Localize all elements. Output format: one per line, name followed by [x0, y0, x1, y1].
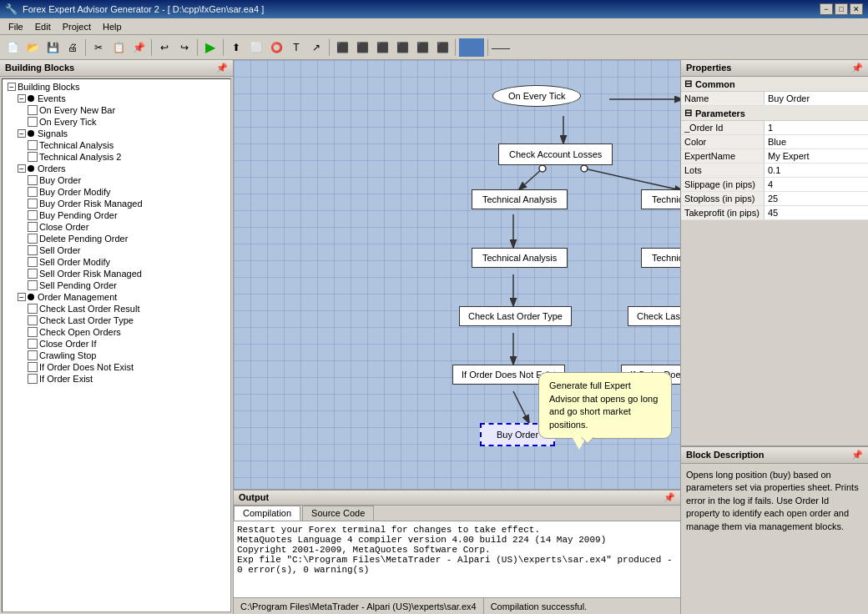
tree-delete-pending[interactable]: Delete Pending Order — [4, 233, 229, 244]
tb-print[interactable]: 🖨 — [63, 38, 82, 57]
checkbox-if-not-exist[interactable] — [28, 362, 38, 372]
node-tech-analysis-1[interactable]: Technical Analysis — [472, 189, 568, 209]
pin-icon[interactable]: 📌 — [216, 63, 228, 73]
tree-buy-order-risk[interactable]: Buy Order Risk Managed — [4, 198, 229, 209]
minimize-button[interactable]: − — [820, 3, 833, 15]
checkbox-sell-order[interactable] — [28, 245, 38, 255]
collapse-order-mgmt[interactable]: − — [18, 293, 26, 301]
node-tech-analysis-4[interactable]: Technical Analysis — [641, 248, 680, 268]
tree-check-open-orders[interactable]: Check Open Orders — [4, 326, 229, 338]
menu-project[interactable]: Project — [58, 20, 96, 33]
tb-align-m[interactable]: ⬛ — [413, 38, 431, 57]
tree-signals-group[interactable]: − Signals — [4, 128, 229, 139]
node-tech-analysis-2[interactable]: Technical Analysis — [641, 189, 680, 209]
block-desc-pin[interactable]: 📌 — [851, 450, 863, 460]
menu-edit[interactable]: Edit — [30, 20, 56, 33]
checkbox-buy-order-modify[interactable] — [28, 187, 38, 197]
tree-sell-order-modify[interactable]: Sell Order Modify — [4, 256, 229, 268]
node-on-every-tick[interactable]: On Every Tick — [492, 85, 581, 107]
menu-file[interactable]: File — [3, 20, 28, 33]
tb-redo[interactable]: ↪ — [175, 38, 194, 57]
tree-on-every-tick[interactable]: On Every Tick — [4, 116, 229, 128]
maximize-button[interactable]: □ — [835, 3, 848, 15]
tree-check-last-type[interactable]: Check Last Order Type — [4, 315, 229, 326]
node-tech-analysis-3[interactable]: Technical Analysis — [472, 248, 568, 268]
checkbox-sell-order-risk[interactable] — [28, 269, 38, 279]
checkbox-check-last-type[interactable] — [28, 315, 38, 325]
tb-open[interactable]: 📂 — [23, 38, 42, 57]
tree-order-mgmt-group[interactable]: − Order Management — [4, 291, 229, 303]
tb-text[interactable]: T — [287, 38, 305, 57]
tb-arrow[interactable]: ↗ — [307, 38, 326, 57]
tree-on-every-new-bar[interactable]: On Every New Bar — [4, 104, 229, 116]
tree-close-order[interactable]: Close Order — [4, 221, 229, 233]
checkbox-buy-pending[interactable] — [28, 210, 38, 220]
checkbox-on-every-new-bar[interactable] — [28, 105, 38, 115]
tb-rect[interactable]: ⬜ — [247, 38, 265, 57]
checkbox-buy-order-risk[interactable] — [28, 199, 38, 209]
tb-run[interactable]: ▶ — [201, 38, 220, 57]
tree-events-group[interactable]: − Events — [4, 93, 229, 104]
tab-source-code[interactable]: Source Code — [302, 506, 374, 521]
tb-cursor[interactable]: ⬆ — [227, 38, 245, 57]
checkbox-check-open-orders[interactable] — [28, 327, 38, 337]
close-button[interactable]: ✕ — [850, 3, 863, 15]
tb-save[interactable]: 💾 — [43, 38, 62, 57]
tb-align-t[interactable]: ⬛ — [393, 38, 411, 57]
checkbox-sell-order-modify[interactable] — [28, 257, 38, 267]
tree-area[interactable]: − Building Blocks − Events On Every New … — [2, 78, 231, 612]
checkbox-technical-analysis[interactable] — [28, 140, 38, 150]
tree-if-exist[interactable]: If Order Exist — [4, 373, 229, 385]
tree-crawling-stop[interactable]: Crawling Stop — [4, 350, 229, 361]
checkbox-on-every-tick[interactable] — [28, 117, 38, 127]
tree-buy-order[interactable]: Buy Order — [4, 174, 229, 186]
tree-sell-pending[interactable]: Sell Pending Order — [4, 279, 229, 291]
checkbox-close-order-if[interactable] — [28, 339, 38, 349]
tree-check-last-result[interactable]: Check Last Order Result — [4, 303, 229, 315]
node-check-last-left[interactable]: Check Last Order Type — [459, 306, 572, 326]
tb-align-c[interactable]: ⬛ — [353, 38, 371, 57]
checkbox-close-order[interactable] — [28, 222, 38, 232]
props-pin[interactable]: 📌 — [851, 63, 863, 73]
tb-circle[interactable]: ⭕ — [267, 38, 285, 57]
collapse-root[interactable]: − — [8, 83, 16, 91]
tab-compilation[interactable]: Compilation — [234, 506, 300, 521]
checkbox-buy-order[interactable] — [28, 175, 38, 185]
tb-align-l[interactable]: ⬛ — [333, 38, 351, 57]
checkbox-technical-analysis-2[interactable] — [28, 152, 38, 162]
tree-technical-analysis-2[interactable]: Technical Analysis 2 — [4, 151, 229, 163]
tree-if-not-exist[interactable]: If Order Does Not Exist — [4, 361, 229, 373]
props-order-id-row: _Order Id 1 — [681, 121, 868, 135]
output-pin-icon[interactable]: 📌 — [664, 492, 675, 503]
tb-copy[interactable]: 📋 — [109, 38, 128, 57]
tree-buy-order-modify[interactable]: Buy Order Modify — [4, 186, 229, 198]
tree-sell-order-risk[interactable]: Sell Order Risk Managed — [4, 268, 229, 279]
tb-align-b[interactable]: ⬛ — [433, 38, 452, 57]
tree-close-order-if[interactable]: Close Order If — [4, 338, 229, 350]
menu-help[interactable]: Help — [98, 20, 127, 33]
tb-cut[interactable]: ✂ — [89, 38, 108, 57]
tree-buy-pending[interactable]: Buy Pending Order — [4, 209, 229, 221]
tb-new[interactable]: 📄 — [3, 38, 22, 57]
checkbox-delete-pending[interactable] — [28, 234, 38, 244]
collapse-signals[interactable]: − — [18, 129, 26, 138]
tb-color[interactable] — [459, 38, 484, 57]
collapse-events[interactable]: − — [18, 94, 26, 103]
collapse-parameters[interactable]: ⊟ — [684, 108, 692, 118]
node-check-account[interactable]: Check Account Losses — [498, 143, 613, 165]
checkbox-crawling-stop[interactable] — [28, 350, 38, 360]
checkbox-if-exist[interactable] — [28, 374, 38, 384]
checkbox-check-last-result[interactable] — [28, 304, 38, 314]
canvas-area[interactable]: On Every Tick Print Info to Chart Check … — [234, 60, 680, 489]
tree-root[interactable]: − Building Blocks — [4, 81, 229, 93]
checkbox-sell-pending[interactable] — [28, 280, 38, 290]
tb-paste[interactable]: 📌 — [129, 38, 148, 57]
tb-align-r[interactable]: ⬛ — [373, 38, 391, 57]
tree-orders-group[interactable]: − Orders — [4, 163, 229, 174]
collapse-orders[interactable]: − — [18, 164, 26, 173]
collapse-common[interactable]: ⊟ — [684, 78, 692, 89]
tb-undo[interactable]: ↩ — [155, 38, 174, 57]
node-check-last-right[interactable]: Check Last Order Type — [628, 306, 680, 326]
tree-technical-analysis[interactable]: Technical Analysis — [4, 139, 229, 151]
tree-sell-order[interactable]: Sell Order — [4, 244, 229, 256]
